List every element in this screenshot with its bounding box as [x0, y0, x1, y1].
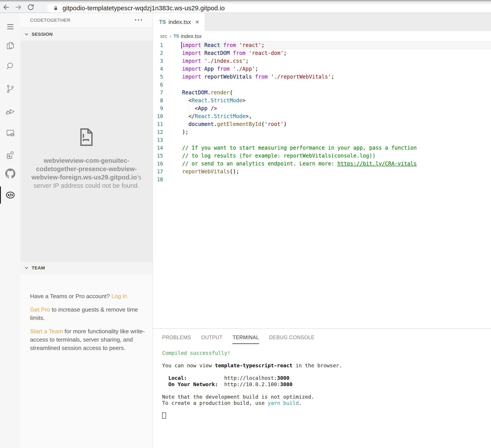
code-token: [220, 42, 223, 48]
line-content: document.getElementById('root'): [182, 120, 287, 128]
line-content: import './index.css';: [182, 57, 249, 65]
forward-button[interactable]: [12, 2, 25, 12]
code-token: >: [246, 113, 249, 119]
line-content: // to log results (for example: reportWe…: [182, 152, 375, 160]
terminal-cursor[interactable]: [162, 412, 166, 419]
terminal-text: http://localhost:: [187, 375, 277, 381]
code-line: 18: [153, 175, 491, 183]
terminal-text: http://10.0.2.100:: [218, 381, 280, 387]
activity-item-remote-explorer[interactable]: [0, 124, 20, 142]
line-number: 14: [153, 144, 163, 152]
team-content: Have a Teams or Pro account? Log inGet P…: [20, 275, 152, 357]
code-token: import: [182, 50, 201, 56]
code-editor[interactable]: 1import React from 'react';2import React…: [153, 41, 491, 183]
code-token: import: [182, 66, 201, 72]
code-token: 'root': [264, 121, 284, 127]
code-token: [268, 74, 271, 80]
terminal-text: in the browser.: [293, 362, 342, 369]
code-token: ): [283, 121, 286, 127]
code-token: [236, 42, 239, 48]
chevron-right-icon: [169, 33, 171, 39]
terminal-text: Local:: [162, 375, 187, 381]
activity-item-github[interactable]: [0, 164, 20, 183]
code-token: React.StrictMode: [195, 113, 246, 119]
line-content: ReactDOM.render(: [182, 89, 233, 96]
team-link[interactable]: Start a Team: [30, 328, 63, 334]
panel-tab-problems[interactable]: PROBLEMS: [162, 334, 191, 344]
code-token: [182, 105, 195, 111]
code-link[interactable]: https://bit.ly/CRA-vitals: [337, 161, 417, 167]
panel-tab-debug-console[interactable]: DEBUG CONSOLE: [269, 334, 315, 344]
terminal-line: [162, 356, 491, 363]
line-content: import ReactDOM from 'react-dom';: [182, 49, 287, 57]
code-token: [252, 74, 255, 80]
error-domain: webviewview-com-genuitec-codetogether-pr…: [32, 157, 137, 181]
code-token: // If you want to start measuring perfor…: [182, 145, 417, 151]
code-token: React.StrictMode: [191, 97, 242, 104]
activity-item-menu[interactable]: [0, 17, 20, 36]
terminal-text: Compiled successfully!: [162, 350, 230, 356]
code-token: // or send to an analytics endpoint. Lea…: [182, 161, 337, 167]
explorer-icon: [5, 41, 15, 51]
url-bar[interactable]: gitpodio-templatetypescr-wqdzj1n383c.ws-…: [47, 3, 491, 13]
terminal-text: To create a production build, use: [162, 400, 268, 406]
terminal[interactable]: Compiled successfully!You can now view t…: [162, 350, 491, 419]
close-icon[interactable]: [195, 19, 199, 25]
code-line: 16// or send to an analytics endpoint. L…: [153, 160, 491, 168]
code-token: );: [182, 129, 189, 135]
code-token: import: [182, 74, 201, 80]
reload-button[interactable]: [25, 2, 37, 12]
line-number: 16: [153, 160, 163, 168]
code-token: [201, 66, 204, 72]
panel-tab-terminal[interactable]: TERMINAL: [233, 334, 259, 344]
terminal-text: template-typescript-react: [215, 362, 293, 369]
breadcrumb: src TS index.tsx: [153, 31, 491, 41]
terminal-line: Note that the development build is not o…: [162, 394, 491, 400]
activity-item-extensions[interactable]: [0, 145, 20, 164]
team-paragraph: Start a Team for more functionality like…: [30, 327, 150, 352]
code-token: <: [195, 105, 198, 111]
typescript-file-icon: TS: [174, 34, 179, 39]
breadcrumb-file[interactable]: index.tsx: [181, 33, 202, 39]
editor-tab-index-tsx[interactable]: TS index.tsx: [153, 13, 205, 31]
code-token: './App': [233, 66, 255, 72]
line-number: 10: [153, 112, 163, 120]
code-token: from: [217, 66, 230, 72]
activity-item-search[interactable]: [0, 57, 20, 76]
more-actions-icon[interactable]: [134, 16, 143, 23]
code-token: [230, 66, 233, 72]
panel-tab-output[interactable]: OUTPUT: [201, 334, 223, 344]
team-link[interactable]: Get Pro: [30, 306, 50, 313]
forward-icon: [14, 3, 23, 11]
section-label: SESSION: [32, 32, 53, 37]
activity-item-explorer[interactable]: [0, 36, 20, 55]
codetogether-icon: [5, 191, 16, 200]
back-button[interactable]: [0, 2, 12, 12]
activity-item-run-debug[interactable]: [0, 102, 20, 121]
terminal-text: Note that the development build is not o…: [162, 394, 314, 400]
url-text: gitpodio-templatetypescr-wqdzj1n383c.ws-…: [63, 5, 225, 12]
line-number: 18: [153, 175, 163, 183]
activity-item-source-control[interactable]: [0, 79, 20, 98]
line-number: 4: [153, 65, 163, 73]
code-token: </: [189, 113, 195, 119]
code-token: (: [261, 121, 264, 127]
line-number: 5: [153, 73, 163, 81]
line-content: );: [182, 128, 189, 136]
team-text: Have a Teams or Pro account?: [30, 293, 112, 299]
back-icon: [2, 3, 10, 11]
reload-icon: [27, 3, 35, 11]
code-token: import: [182, 42, 201, 48]
terminal-text: .: [299, 400, 302, 406]
terminal-line: [162, 412, 491, 419]
breadcrumb-folder[interactable]: src: [160, 33, 167, 39]
chevron-down-icon: [24, 31, 29, 37]
section-header-team[interactable]: TEAM: [20, 261, 152, 275]
team-link[interactable]: Log in: [112, 293, 127, 299]
line-number: 17: [153, 168, 163, 175]
activity-item-codetogether[interactable]: [0, 186, 20, 204]
terminal-line: [162, 387, 491, 394]
bottom-panel: PROBLEMSOUTPUTTERMINALDEBUG CONSOLE Comp…: [153, 328, 491, 448]
section-header-session[interactable]: SESSION: [20, 28, 152, 41]
terminal-line: [162, 406, 491, 413]
